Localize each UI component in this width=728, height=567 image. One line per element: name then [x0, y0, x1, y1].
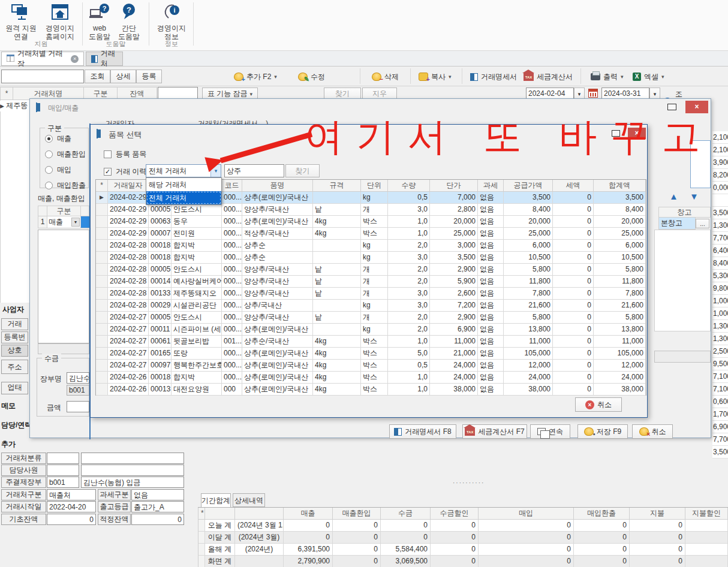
registered-items-checkbox[interactable]: 등록 품목 — [104, 149, 146, 159]
customer-type-input[interactable]: 매출처 — [47, 489, 96, 500]
trade-history-checkbox[interactable]: ✓거래 이력 — [104, 167, 146, 177]
item-row[interactable]: 2024-02-2900063동우 000...상추(로메인)/국내산4kg 박… — [96, 216, 646, 228]
add-icon: + — [234, 73, 243, 81]
item-row[interactable]: 2024-02-2700165또랑 000...상추(로메인)/국내산4kg 박… — [96, 348, 646, 360]
tab-period-total[interactable]: 기간합계 — [201, 493, 231, 508]
regno-side-button[interactable]: 등록번 — [1, 331, 28, 343]
address-side-button[interactable]: 주소 — [1, 360, 28, 374]
item-row[interactable]: 2024-02-2700011시즌파이브 (세... 000...상추(로메인)… — [96, 324, 646, 336]
background-cell: 7,100 — [712, 370, 728, 383]
move-down-icon[interactable]: ▼ — [690, 192, 699, 201]
item-row[interactable]: 2024-02-2700061뒷골보리밥 001...상추순/국내산4kg 박스… — [96, 336, 646, 348]
opening-balance-input[interactable]: 0 — [47, 514, 96, 525]
biztype-side-button[interactable]: 업태 — [1, 382, 28, 394]
item-cancel-button[interactable]: ×취소 — [575, 397, 622, 412]
item-row[interactable]: 2024-02-2800014예사랑실버케어 000...양상추/국내산낱 개2… — [96, 276, 646, 288]
quick-help-button[interactable]: ? 간단도움말 — [115, 2, 143, 41]
close-icon[interactable]: × — [685, 101, 708, 113]
summary-row[interactable]: 이달 계(2024년 3월) 00 00 00 0 — [198, 532, 728, 544]
book-input[interactable]: 김난수 — [67, 372, 89, 384]
radio-purchase[interactable]: 매입 — [45, 165, 71, 175]
item-row[interactable]: 2024-02-2800133제주똥돼지오 000...양상추/국내산낱 개3,… — [96, 288, 646, 300]
item-row[interactable]: 2024-02-2900005안도스시 000...양상추/국내산낱 개3,0 … — [96, 204, 646, 216]
tax-invoice-button[interactable]: TAX세금계산서 — [524, 70, 573, 83]
tab-detail-history[interactable]: 상세내역 — [233, 493, 265, 507]
summary-row[interactable]: 화면 계 2,790,9000 3,069,5000 00 0 — [198, 556, 728, 567]
item-row[interactable]: 2024-02-2800018합지박 000...상추순 kg2,0 3,000… — [96, 240, 646, 252]
splitter-handle[interactable]: ·········· — [453, 479, 485, 486]
delete-button[interactable]: −삭제 — [372, 70, 399, 83]
customer-search-input[interactable] — [1, 70, 84, 83]
windows-icon — [537, 428, 546, 435]
background-cell: 8,400 — [712, 257, 728, 270]
warehouse-header[interactable]: 창고 — [658, 207, 711, 218]
tab-ledger-by-customer[interactable]: 거래처별 거래장 × — [1, 52, 84, 66]
customer-class-code-input[interactable] — [47, 453, 79, 464]
customer-class-input[interactable] — [81, 453, 184, 464]
amount-input[interactable] — [67, 401, 89, 412]
restore-icon[interactable] — [667, 104, 676, 110]
item-row[interactable]: 2024-02-2700005안도스시 000...양상추/국내산낱 개2,0 … — [96, 312, 646, 324]
radio-sales-return[interactable]: 매출환입 — [45, 149, 86, 159]
ship-grade-input[interactable]: 출고가_A — [131, 501, 184, 512]
item-row[interactable]: 2024-02-2800005안도스시 000...양상추/국내산낱 개2,0 … — [96, 264, 646, 276]
move-up-icon[interactable]: ▲ — [669, 192, 678, 201]
option-current-customer[interactable]: 해당 거래처 — [146, 178, 221, 191]
tax-invoice-f7-button[interactable]: TAX세금계산서 F7 — [462, 424, 527, 439]
register-button[interactable]: 등록 — [136, 70, 162, 83]
radio-sales[interactable]: 매출 — [45, 134, 71, 144]
warehouse-cell[interactable]: 본창고 — [658, 218, 696, 230]
detail-button[interactable]: 상세 — [110, 70, 136, 83]
sales-type-cell[interactable]: 매출▾ — [47, 216, 81, 228]
summary-row[interactable]: 오늘 계(2024년 3월 1... 00 00 00 0 — [198, 520, 728, 532]
target-balance-input[interactable]: 0 — [131, 514, 184, 525]
item-row[interactable]: 2024-02-2800018합지박 000...상추순 kg3,0 3,500… — [96, 252, 646, 264]
remote-support-button[interactable]: 원격 지원연결 — [4, 2, 38, 41]
customer-row[interactable]: ▶ 제주똥 — [0, 101, 29, 111]
item-row[interactable]: 2024-02-2600013대전요양원 000상추(로메인)/국내산4kg 박… — [96, 384, 646, 396]
warehouse-more-button[interactable]: ... — [696, 219, 709, 228]
option-all-customers[interactable]: 전체 거래처 — [146, 191, 221, 204]
background-cell: 2,500 — [712, 345, 728, 358]
easy-info-button[interactable]: i 경영이지정보 — [154, 2, 189, 41]
ledger-name-input[interactable]: 김난수(농협) 입금 — [81, 476, 184, 488]
query-button[interactable]: 조회 — [85, 70, 110, 83]
excel-button[interactable]: X엑셀▾ — [633, 70, 664, 83]
sales-dialog-titlebar[interactable]: 매입/매출 × — [30, 99, 711, 114]
calendar-icon[interactable] — [588, 89, 598, 98]
homepage-button[interactable]: 경영이지홈페이지 — [42, 2, 78, 41]
item-row[interactable]: 2024-02-2600018합지박 000...상추(로메인)/국내산4kg … — [96, 372, 646, 384]
start-date-input[interactable]: 2022-04-20 — [47, 501, 96, 512]
radio-purchase-return[interactable]: 매입환출 — [45, 180, 86, 191]
tab-close-icon[interactable]: × — [71, 55, 79, 63]
print-button[interactable]: 출력▾ — [591, 70, 624, 83]
summary-rows: 오늘 계(2024년 3월 1... 00 00 00 0 이달 계(2024년… — [198, 520, 728, 567]
item-row[interactable]: 2024-02-2900007전미원 000...적상추/국내산4kg 박스1,… — [96, 228, 646, 240]
item-row[interactable]: 2024-02-2800029시설관리공단 000...상추/국내산 kg3,0… — [96, 300, 646, 312]
add-button[interactable]: +추가 F2▾ — [234, 70, 277, 83]
tradename-side-button[interactable]: 상호 — [1, 345, 28, 357]
staff-code-input[interactable] — [47, 465, 79, 476]
statement-f8-button[interactable]: 거래명세서 F8 — [389, 424, 456, 439]
cancel-button[interactable]: ×취소 — [632, 424, 673, 439]
item-row[interactable]: 2024-02-2700097행복한주간보호 000...상추(로메인)/국내산… — [96, 360, 646, 372]
background-cell: 9,800 — [712, 282, 728, 295]
continuous-button[interactable]: 연속 — [530, 424, 570, 439]
edit-button[interactable]: ✎수정 — [298, 70, 325, 83]
item-select-dialog: 품목 선택 × 등록 품목 ✓거래 이력 전체 거래처▾ 상주 찾기 *거래일자… — [90, 124, 648, 418]
tab-customer[interactable]: 거래처 — [86, 52, 123, 66]
statement-button[interactable]: 거래명세서 — [470, 70, 517, 83]
copy-button[interactable]: +복사▾ — [419, 70, 452, 83]
type-groupbox: 구분 매출 매출환입 매입 매입환출 — [40, 128, 89, 188]
summary-row[interactable]: 올해 계(2024년) 6,391,5000 5,584,4000 00 0 — [198, 544, 728, 556]
ledger-code-input[interactable]: b001 — [47, 476, 79, 488]
customer-side-button[interactable]: 거래 — [1, 318, 28, 330]
amount-label: 금액 — [47, 403, 61, 413]
web-help-button[interactable]: ? web도움말 — [86, 2, 113, 41]
sales-lines-area[interactable] — [38, 230, 89, 343]
radio-icon — [45, 182, 53, 189]
tax-type-input[interactable]: 없음 — [131, 489, 184, 500]
save-f9-button[interactable]: ▪저장 F9 — [577, 424, 628, 439]
contact-label: 담당/연락 — [1, 420, 29, 430]
staff-input[interactable] — [81, 465, 184, 476]
